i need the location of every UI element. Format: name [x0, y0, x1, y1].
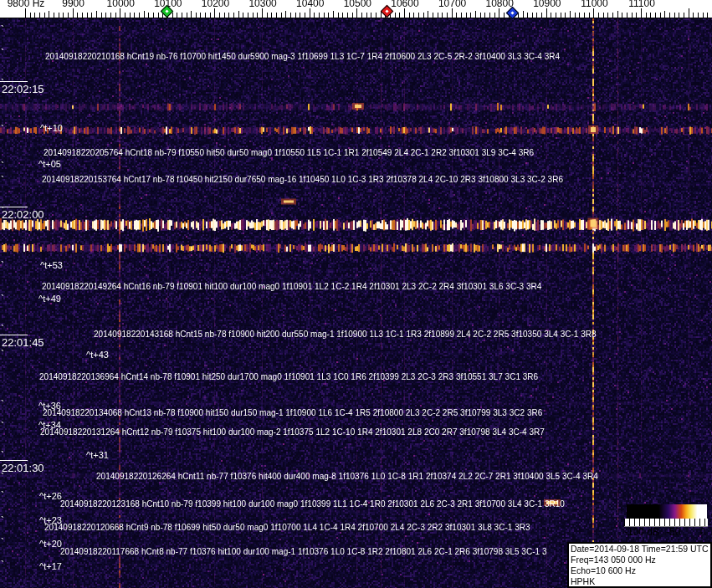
- edge-tick: `: [1, 402, 4, 407]
- time-offset-marker-3: ^t+49: [38, 294, 61, 304]
- info-line-station: HPHK: [571, 576, 709, 587]
- ruler-label-10500: 10500: [344, 0, 371, 8]
- event-annotation-3: 20140918220149264 hCnt16 nb-79 f10901 hi…: [42, 282, 541, 291]
- time-offset-marker-10: ^t+20: [39, 539, 62, 549]
- time-label: 22:02:00: [2, 209, 44, 220]
- ruler-label-10200: 10200: [202, 0, 229, 8]
- edge-tick: `: [1, 519, 4, 524]
- time-label: 22:01:45: [2, 337, 44, 348]
- event-annotation-9: 20140918220123168 hCnt10 nb-79 f10399 hi…: [60, 499, 565, 509]
- edge-tick: `: [1, 209, 4, 214]
- time-offset-marker-9: ^t+23: [39, 516, 62, 525]
- edge-tick: `: [1, 263, 4, 268]
- event-annotation-2: 20140918220153764 hCnt17 nb-78 f10450 hi…: [42, 175, 563, 184]
- edge-tick: `: [1, 81, 4, 86]
- edge-tick: `: [1, 453, 4, 458]
- info-line-freq: Freq=143 050 000 Hz: [571, 555, 709, 565]
- ruler-label-11000: 11000: [581, 0, 607, 8]
- ruler-label-10900: 10900: [533, 0, 561, 8]
- edge-tick: `: [1, 178, 4, 183]
- event-annotation-6: 20140918220134068 hCnt13 nb-78 f10900 hi…: [43, 408, 542, 417]
- event-annotation-1: 20140918220205764 hCnt18 nb-79 f10550 hi…: [44, 148, 534, 157]
- time-offset-marker-1: ^t+05: [38, 160, 61, 169]
- event-annotation-5: 20140918220136964 hCnt14 nb-78 f10901 hi…: [39, 372, 538, 381]
- event-annotation-10: 20140918220120668 hCnt9 nb-78 f10699 hit…: [44, 523, 530, 532]
- time-offset-marker-5: ^t+36: [38, 401, 61, 411]
- time-offset-marker-2: ^t+53: [40, 261, 63, 270]
- time-offset-marker-11: ^t+17: [39, 562, 62, 571]
- ruler-label-10300: 10300: [248, 0, 276, 8]
- time-offset-marker-7: ^t+31: [86, 451, 109, 460]
- ruler-label-9900: 9900: [62, 0, 85, 8]
- edge-tick: `: [1, 424, 4, 429]
- event-annotation-0: 20140918220210168 hCnt19 nb-76 f10700 hi…: [45, 52, 560, 61]
- color-scale-label-1: -50: [666, 527, 680, 537]
- color-scale-label-2: 0: [700, 527, 706, 537]
- edge-tick: `: [1, 352, 4, 357]
- color-scale-legend: -100 dB-500: [622, 502, 709, 539]
- marker-blue-center: [510, 11, 514, 14]
- ruler-label-10700: 10700: [438, 0, 466, 8]
- time-label: 22:02:15: [2, 84, 44, 95]
- time-offset-marker-4: ^t+43: [86, 350, 109, 360]
- edge-tick: `: [1, 493, 4, 499]
- event-annotation-8: 20140918220126264 hCnt11 nb-77 f10376 hi…: [96, 472, 598, 481]
- ruler-label-9800: 9800 Hz: [8, 0, 45, 8]
- marker-green-center: [166, 9, 169, 13]
- ruler-label-10400: 10400: [296, 0, 324, 8]
- ruler-label-10800: 10800: [486, 0, 514, 8]
- info-line-date: Date=2014-09-18 Time=21:59 UTC: [571, 544, 709, 555]
- edge-tick: `: [1, 327, 4, 332]
- edge-tick: `: [1, 540, 4, 545]
- ruler-label-11100: 11100: [628, 0, 655, 8]
- edge-tick: `: [1, 28, 4, 33]
- info-line-echo: Echo=10 600 Hz: [571, 565, 709, 576]
- event-annotation-11: 20140918220117668 hCnt8 nb-77 f10376 hit…: [60, 547, 547, 556]
- event-annotation-7: 20140918220131264 hCnt12 nb-79 f10375 hi…: [40, 427, 545, 437]
- event-annotation-4: 20140918220143168 hCnt15 nb-78 f10900 hi…: [94, 330, 597, 339]
- time-offset-marker-0: ^t+10: [40, 124, 63, 133]
- color-scale-label-0: -100 dB: [624, 527, 659, 537]
- time-offset-marker-8: ^t+26: [39, 492, 62, 501]
- ruler-label-10600: 10600: [391, 0, 418, 8]
- edge-tick: `: [1, 475, 4, 480]
- edge-tick: `: [1, 51, 4, 56]
- ruler-label-10000: 10000: [107, 0, 135, 8]
- edge-tick: `: [1, 127, 4, 132]
- marker-red-center: [385, 9, 388, 13]
- spectrogram-window: 9800 Hz990010000101001020010300104001050…: [0, 0, 712, 588]
- edge-tick: `: [1, 563, 4, 568]
- edge-tick: `: [1, 297, 4, 302]
- color-scale-bar: [627, 504, 707, 519]
- info-box: Date=2014-09-18 Time=21:59 UTC Freq=143 …: [567, 542, 712, 588]
- edge-tick: `: [1, 164, 4, 169]
- time-offset-marker-6: ^t+34: [38, 421, 61, 430]
- time-label: 22:01:30: [2, 463, 44, 473]
